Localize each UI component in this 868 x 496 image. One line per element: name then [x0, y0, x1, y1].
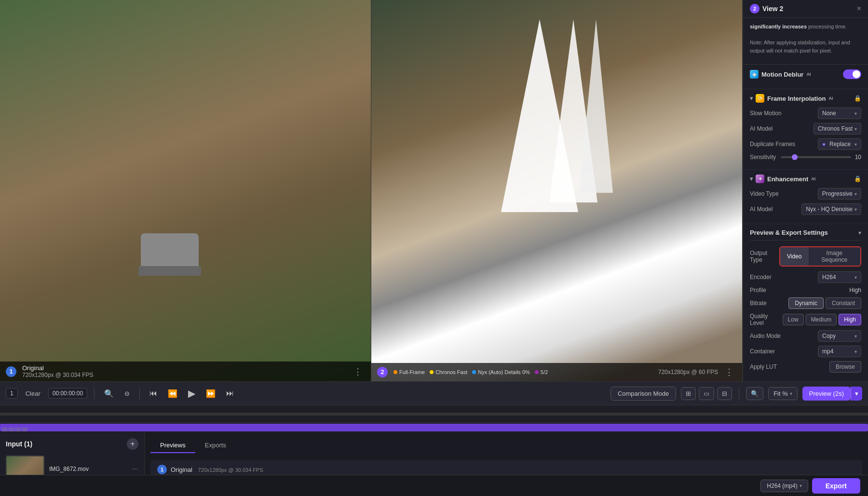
frame-interpolation-header: ▾ ⟳ Frame Interpolation AI 🔒: [750, 94, 861, 103]
preview-btn[interactable]: Preview (2s): [802, 387, 851, 401]
layout-btn-1[interactable]: ⊞: [681, 387, 696, 400]
clip-title-text-1: Original: [171, 466, 192, 473]
tc-sep-2: [139, 388, 140, 399]
format-chevron: ▾: [800, 483, 802, 488]
clip-title-1: Original 720x1280px @ 30.034 FPS: [171, 466, 855, 473]
output-tab-video[interactable]: Video: [780, 247, 808, 266]
pane-resolution-1: 720x1280px @ 30.034 FPS: [22, 372, 94, 378]
fi-label: Frame Interpolation: [767, 95, 826, 102]
tab-exports[interactable]: Exports: [195, 438, 236, 453]
frame-value: 1: [10, 390, 14, 397]
frame-box: 1: [6, 388, 18, 399]
motion-deblur-ai-badge: AI: [806, 72, 811, 77]
tab-previews[interactable]: Previews: [150, 438, 195, 453]
pane-number-1: 1: [6, 366, 16, 377]
ai-model-fi-chevron: ▾: [854, 126, 857, 132]
thumb-image: [6, 456, 44, 475]
scrubber-area[interactable]: [0, 405, 868, 423]
fi-collapse-icon[interactable]: ▾: [750, 95, 753, 102]
clip-header-1: 1 Original 720x1280px @ 30.034 FPS: [150, 460, 862, 475]
audio-mode-label: Audio Mode: [750, 333, 781, 339]
comparison-mode-btn[interactable]: Comparison Mode: [610, 387, 676, 401]
tag-nyx-label: Nyx (Auto) Details 0%: [478, 369, 530, 375]
sensitivity-row: Sensitivity 10: [750, 154, 861, 161]
format-badge[interactable]: H264 (mp4) ▾: [760, 480, 808, 492]
motion-deblur-icon: ◈: [750, 70, 759, 79]
export-collapse-icon[interactable]: ▾: [858, 229, 861, 236]
output-type-tabs: Video Image Sequence: [779, 246, 861, 267]
preview-dropdown-btn[interactable]: ▾: [851, 387, 862, 401]
container-chevron: ▾: [854, 349, 857, 354]
quality-level-label: Quality Level: [750, 313, 783, 326]
video-type-label: Video Type: [750, 190, 779, 197]
encoder-select[interactable]: H264 ▾: [818, 271, 861, 283]
sidebar-note: significantly increases processing time.…: [750, 23, 861, 54]
zoom-slider-btn[interactable]: ⊖: [122, 388, 133, 399]
bottom-bar: H264 (mp4) ▾ Export: [0, 475, 868, 496]
slow-motion-select[interactable]: None ▾: [818, 107, 861, 119]
thumb-menu-btn[interactable]: ···: [132, 465, 138, 473]
tabs-row: Previews Exports: [150, 438, 862, 453]
play-btn[interactable]: ▶: [185, 386, 198, 401]
encoder-chevron: ▾: [854, 275, 857, 280]
export-section-title: Preview & Export Settings: [750, 229, 828, 236]
zoom-btn[interactable]: 🔍: [101, 387, 117, 400]
bitrate-dynamic-btn[interactable]: Dynamic: [788, 297, 824, 309]
sensitivity-track[interactable]: [781, 156, 851, 158]
skip-start-btn[interactable]: ⏮: [147, 387, 160, 400]
clip-num-1: 1: [157, 465, 167, 474]
scrubber-track[interactable]: [0, 413, 868, 416]
audio-mode-value: Copy: [822, 333, 836, 339]
skip-end-btn[interactable]: ⏭: [223, 387, 237, 400]
export-section-header: Preview & Export Settings ▾: [750, 229, 861, 241]
clear-btn[interactable]: Clear: [23, 388, 43, 399]
thumb-filename: IMG_8672.mov: [49, 466, 127, 472]
output-tab-image-seq[interactable]: Image Sequence: [809, 247, 861, 266]
input-thumb: IMG_8672.mov ···: [6, 456, 138, 475]
quality-low-btn[interactable]: Low: [783, 314, 804, 325]
zoom-icon-btn[interactable]: 🔍: [746, 387, 763, 400]
layout-btn-3[interactable]: ⊟: [717, 387, 732, 400]
left-panel-header: Input (1) +: [6, 438, 138, 450]
pane-label-left-1: 1 Original 720x1280px @ 30.034 FPS: [6, 364, 94, 378]
fit-dropdown[interactable]: Fit % ▾: [768, 387, 798, 400]
dup-frames-row: Duplicate Frames ● Replace ▾: [750, 138, 861, 150]
fit-chevron: ▾: [790, 391, 792, 396]
audio-mode-chevron: ▾: [854, 334, 857, 339]
bitrate-label: Bitrate: [750, 300, 767, 307]
browse-btn[interactable]: Browse: [829, 361, 861, 373]
video-bg-2: [371, 0, 742, 381]
layout-btn-2[interactable]: ▭: [699, 387, 714, 400]
pane-original-label: Original: [22, 364, 94, 372]
bitrate-group: Dynamic Constant: [788, 297, 861, 309]
quality-medium-btn[interactable]: Medium: [806, 314, 837, 325]
timecode-box[interactable]: 00:00:00:00: [48, 388, 87, 399]
geo-shapes: [371, 0, 742, 381]
video-type-select[interactable]: Progressive ▾: [818, 188, 861, 200]
profile-value: High: [849, 287, 861, 294]
dup-frames-select[interactable]: ● Replace ▾: [818, 138, 861, 150]
pane-menu-btn-1[interactable]: ⋮: [351, 365, 365, 378]
add-input-btn[interactable]: +: [127, 438, 138, 450]
step-fwd-btn[interactable]: ⏩: [203, 387, 218, 400]
audio-mode-select[interactable]: Copy ▾: [818, 330, 861, 342]
step-back-btn[interactable]: ⏪: [165, 387, 180, 400]
video-pane-2: 2 Full-Frame Chronos Fast Nyx (Auto) Det…: [371, 0, 743, 381]
ai-model-fi-row: AI Model Chronos Fast ▾: [750, 123, 861, 134]
ai-model-fi-select[interactable]: Chronos Fast ▾: [814, 123, 861, 134]
close-btn[interactable]: ×: [857, 4, 861, 13]
enh-collapse-icon[interactable]: ▾: [750, 175, 753, 182]
export-btn[interactable]: Export: [812, 478, 860, 494]
clip-bar[interactable]: [0, 424, 868, 431]
pane-menu-btn-2[interactable]: ⋮: [722, 366, 736, 378]
quality-high-btn[interactable]: High: [839, 314, 861, 325]
profile-label: Profile: [750, 287, 766, 294]
sensitivity-thumb[interactable]: [792, 154, 798, 160]
bitrate-constant-btn[interactable]: Constant: [826, 297, 861, 309]
note-text: processing time.: [807, 24, 847, 29]
clip-subtitle-1: 720x1280px @ 30.034 FPS: [198, 467, 263, 473]
container-select[interactable]: mp4 ▾: [818, 346, 861, 357]
pane-number-2: 2: [377, 367, 388, 377]
motion-deblur-toggle[interactable]: [843, 69, 861, 79]
ai-model-enh-select[interactable]: Nyx - HQ Denoise ▾: [801, 203, 861, 215]
